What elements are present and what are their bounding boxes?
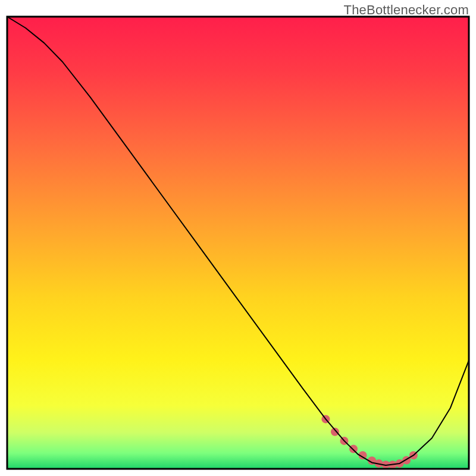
highlight-dot [331, 428, 339, 436]
chart-container: TheBottlenecker.com [0, 0, 476, 476]
plot-background [7, 17, 469, 469]
highlight-dot [349, 445, 358, 453]
bottleneck-curve-chart [0, 0, 476, 476]
watermark-text: TheBottlenecker.com [344, 2, 469, 18]
